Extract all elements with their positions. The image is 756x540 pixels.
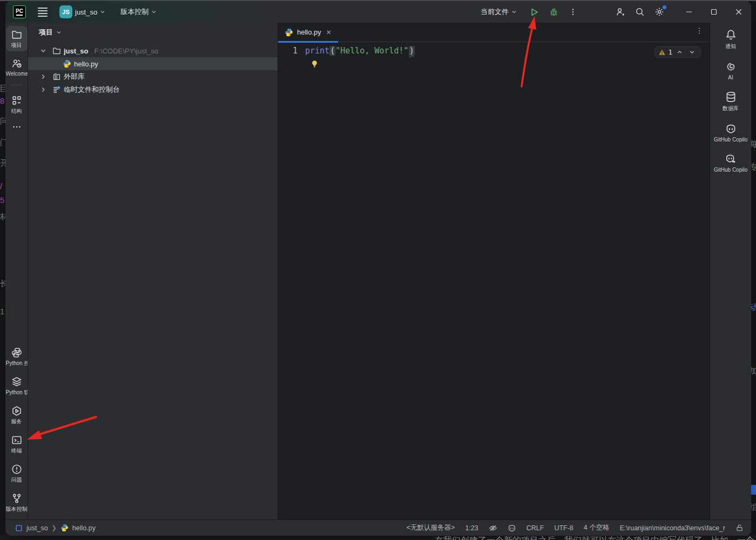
title-bar: PC JS just_so 版本控制 当前文件 [5, 1, 751, 23]
folder-icon [11, 29, 22, 40]
sidebar-item-services[interactable]: 服务 [6, 402, 28, 428]
folder-icon [52, 46, 61, 55]
python-file-icon [63, 59, 71, 68]
sidebar-item-project[interactable]: 项目 [6, 26, 28, 51]
sidebar-item-github-copilot-chat[interactable]: GitHub Copilot [712, 153, 750, 173]
structure-icon [11, 95, 22, 106]
default-server-widget[interactable]: <无默认服务器> [407, 523, 455, 532]
project-panel-header[interactable]: 项目 [28, 23, 278, 42]
tree-row-scratches[interactable]: 临时文件和控制台 [28, 83, 278, 96]
pycharm-logo-icon[interactable]: PC [13, 5, 26, 18]
welcome-people-icon [11, 58, 22, 69]
settings-notification-dot [663, 5, 666, 9]
sidebar-item-welcome[interactable]: Welcome [6, 55, 28, 79]
warning-icon [658, 49, 666, 56]
services-icon [11, 406, 22, 416]
sidebar-item-label: Python 软件包 [6, 389, 28, 396]
inspection-widget[interactable]: 1 [654, 46, 701, 58]
run-play-icon [530, 8, 539, 17]
run-button[interactable] [524, 4, 544, 20]
chevron-down-icon [689, 49, 695, 55]
python-console-icon [11, 347, 22, 358]
tree-root-name: just_so [64, 47, 89, 55]
tree-row-file-selected[interactable]: hello.py [28, 57, 278, 70]
encoding-widget[interactable]: UTF-8 [554, 524, 573, 532]
sidebar-divider [11, 85, 23, 85]
intention-bulb-icon[interactable] [310, 60, 319, 68]
editor-tab-bar: hello.py ✕ [278, 23, 710, 42]
sidebar-item-github-copilot[interactable]: GitHub Copilot [712, 123, 750, 143]
breadcrumb-project[interactable]: just_so [26, 524, 48, 532]
pycharm-logo-text: PC [16, 9, 23, 14]
tree-row-external-libraries[interactable]: 外部库 [28, 70, 278, 83]
code-area[interactable]: 1 print("Hello, World!") 1 [278, 42, 710, 519]
project-widget[interactable]: JS just_so [55, 2, 110, 22]
sidebar-item-database[interactable]: 数据库 [712, 91, 750, 112]
vcs-widget[interactable]: 版本控制 [116, 4, 161, 20]
run-configuration-selector[interactable]: 当前文件 [476, 4, 521, 20]
sidebar-item-label: GitHub Copilot [714, 137, 747, 143]
tab-close-icon[interactable]: ✕ [325, 29, 333, 36]
chevron-down-icon [40, 48, 46, 54]
maximize-icon [710, 8, 718, 16]
project-tool-window: 项目 just_so F:\CODE\PY\just_so [28, 23, 278, 519]
sidebar-item-terminal[interactable]: 终端 [6, 431, 28, 457]
minimize-button[interactable] [677, 1, 701, 23]
debug-button[interactable] [544, 4, 563, 20]
background-bottom-strip: 在我们创建了一个新的项目之后，我们就可以在这个项目中编写代码了，比如，一个 [0, 535, 756, 540]
sidebar-item-label: 问题 [11, 476, 22, 484]
line-separator-widget[interactable]: CRLF [526, 524, 544, 532]
sidebar-item-structure[interactable]: 结构 [6, 92, 28, 117]
line-number: 1 [278, 46, 305, 56]
eye-off-icon [489, 524, 497, 532]
sidebar-item-version-control[interactable]: 版本控制 [6, 490, 28, 515]
tab-hello-py[interactable]: hello.py ✕ [278, 23, 338, 42]
vcs-label: 版本控制 [120, 7, 148, 17]
highlighting-level-widget[interactable] [489, 524, 497, 532]
tree-file-name: hello.py [74, 60, 98, 68]
previous-problem-button[interactable] [674, 49, 685, 56]
main-menu-icon[interactable] [38, 8, 48, 17]
editor-options-button[interactable] [696, 27, 703, 35]
chevron-up-icon [677, 49, 683, 55]
sidebar-item-python-packages[interactable]: Python 软件包 [6, 373, 28, 399]
code-with-me-button[interactable] [611, 4, 630, 20]
code-text: print("Hello, World!") [305, 46, 415, 56]
tab-title: hello.py [297, 28, 321, 36]
sidebar-item-ai-assistant[interactable]: AI [712, 61, 750, 80]
sidebar-item-label: Welcome [6, 71, 28, 77]
sidebar-item-label: 结构 [11, 107, 22, 115]
indent-widget[interactable]: 4 个空格 [584, 523, 610, 532]
problems-icon [11, 464, 22, 475]
close-icon [735, 8, 742, 16]
search-everywhere-button[interactable] [630, 4, 650, 20]
library-icon [52, 72, 61, 81]
chevron-down-icon [511, 9, 517, 15]
settings-button[interactable] [650, 4, 669, 20]
sidebar-item-label: 项目 [11, 42, 22, 49]
breadcrumb: just_so ❯ hello.py [15, 524, 96, 532]
close-button[interactable] [726, 1, 751, 23]
tree-row-root[interactable]: just_so F:\CODE\PY\just_so [28, 44, 278, 57]
interpreter-widget[interactable]: E:\ruanjian\miniconda3\envs\face_r [620, 524, 725, 532]
desktop: 巨 8 问 门 开 / 5 材 长 1 每 专 动 加 组 在我们创建了一个新的… [0, 0, 756, 540]
breadcrumb-file[interactable]: hello.py [72, 524, 96, 532]
sidebar-item-notifications[interactable]: 通知 [712, 29, 750, 50]
caret-position-widget[interactable]: 1:23 [465, 524, 478, 532]
project-name: just_so [75, 8, 97, 16]
sidebar-item-python-console[interactable]: Python 控制台 [6, 344, 28, 369]
maximize-button[interactable] [701, 1, 726, 23]
left-activity-bar: 项目 Welcome 结构 [5, 23, 28, 519]
copilot-status-widget[interactable] [508, 524, 516, 532]
main-area: 项目 Welcome 结构 [5, 23, 751, 519]
chevron-down-icon [56, 30, 62, 35]
ai-assistant-icon [725, 61, 737, 72]
sidebar-item-problems[interactable]: 问题 [6, 461, 28, 486]
code-line-1: 1 print("Hello, World!") [278, 44, 710, 57]
sidebar-more-button[interactable] [6, 121, 28, 133]
more-actions-button[interactable] [563, 4, 583, 20]
next-problem-button[interactable] [687, 49, 697, 56]
copilot-icon [725, 123, 737, 134]
readonly-toggle[interactable] [735, 524, 744, 532]
tree-root-path: F:\CODE\PY\just_so [94, 47, 158, 55]
